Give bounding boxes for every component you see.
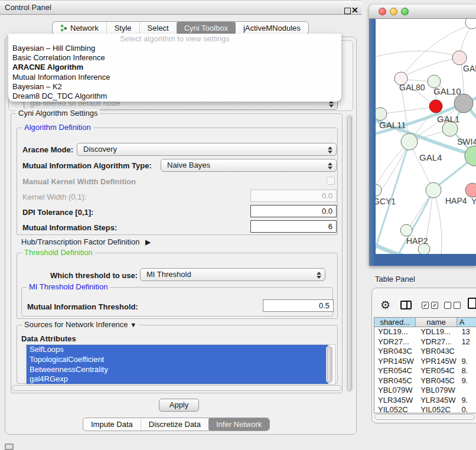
table-row[interactable]: YDL19... YDL19... 13 bbox=[374, 327, 476, 337]
column-header-cut[interactable]: A bbox=[457, 318, 476, 327]
mi-type-combo[interactable]: Naive Bayes bbox=[161, 159, 337, 172]
aracne-mode-combo[interactable]: Discovery bbox=[77, 143, 337, 156]
attribute-list-item[interactable]: SelfLoops bbox=[27, 345, 328, 355]
cell-value[interactable]: 9. bbox=[459, 396, 476, 406]
data-attributes-list[interactable]: SelfLoopsTopologicalCoefficientBetweenne… bbox=[26, 344, 335, 384]
menu-item-basic-correlation[interactable]: Basic Correlation Inference bbox=[8, 53, 341, 63]
dock-panel-icon[interactable] bbox=[5, 444, 14, 450]
table-row[interactable]: YIL052C YIL052C 0. bbox=[374, 405, 476, 413]
show-all-columns-button[interactable]: ✓ ✓ bbox=[422, 302, 438, 309]
cell-value[interactable] bbox=[459, 386, 476, 396]
table-row[interactable]: YPR145W YPR145W 9. bbox=[374, 357, 476, 367]
table-row[interactable]: YDR27... YDR27... 12 bbox=[374, 337, 476, 347]
column-header-shared-name[interactable]: shared... bbox=[374, 318, 416, 327]
cell-shared-name[interactable]: YBR043C bbox=[374, 347, 417, 357]
cell-value[interactable]: 8. bbox=[459, 366, 476, 376]
cell-shared-name[interactable]: YER054C bbox=[374, 366, 417, 376]
tab-select[interactable]: Select bbox=[139, 22, 177, 34]
network-node[interactable] bbox=[465, 19, 476, 29]
combo-arrows-icon bbox=[316, 271, 321, 279]
cell-shared-name[interactable]: YIL052C bbox=[374, 405, 417, 413]
table-horizontal-scrollbar[interactable] bbox=[374, 414, 475, 420]
table-row[interactable]: YBR043C YBR043C bbox=[374, 347, 476, 357]
menu-item-mutual-information[interactable]: Mutual Information Inference bbox=[8, 73, 341, 82]
cell-value[interactable]: 13 bbox=[459, 327, 476, 337]
cell-name[interactable]: YDL19... bbox=[417, 327, 459, 337]
network-node-gal11[interactable] bbox=[376, 107, 387, 120]
network-node-gcy1[interactable] bbox=[376, 184, 382, 196]
attributes-scrollbar[interactable] bbox=[326, 345, 333, 383]
menu-item-dream8[interactable]: Dream8 DC_TDC Algorithm bbox=[8, 92, 341, 101]
cell-shared-name[interactable]: YBL079W bbox=[374, 386, 417, 396]
float-window-icon[interactable] bbox=[344, 8, 351, 14]
cell-shared-name[interactable]: YDR27... bbox=[374, 337, 417, 347]
gear-icon[interactable]: ⚙ bbox=[380, 298, 390, 312]
tab-cyni-toolbox[interactable]: Cyni Toolbox bbox=[177, 22, 236, 34]
dpi-tolerance-field[interactable] bbox=[250, 205, 337, 217]
hub-section-toggle[interactable]: Hub/Transcription Factor Definition ▶ bbox=[21, 237, 151, 247]
which-threshold-label: Which threshold to use: bbox=[50, 271, 138, 281]
algorithm-dropdown-menu: Select algorithm to view settings Bayesi… bbox=[8, 34, 341, 102]
columns-icon[interactable] bbox=[400, 301, 412, 309]
attribute-list-item[interactable]: TopologicalCoefficient bbox=[27, 355, 328, 365]
tab-style[interactable]: Style bbox=[106, 22, 139, 34]
apply-button[interactable]: Apply bbox=[159, 399, 199, 412]
tab-jactivemnodules[interactable]: jActiveMNodules bbox=[236, 22, 308, 34]
network-canvas[interactable]: GAL GAL80 GAL10 GAL1 GAL11 SWI4 GAL4 GCY… bbox=[376, 19, 476, 254]
table-row[interactable]: YBL079W YBL079W bbox=[374, 386, 476, 396]
sources-title[interactable]: Sources for Network Inference ▼ bbox=[22, 320, 139, 330]
cell-value[interactable]: 0. bbox=[459, 405, 476, 413]
network-node-salmon[interactable] bbox=[465, 183, 476, 197]
zoom-traffic-light-icon[interactable] bbox=[401, 8, 409, 15]
menu-item-aracne[interactable]: ARACNE Algorithm bbox=[8, 63, 341, 72]
cell-name[interactable]: YER054C bbox=[417, 366, 459, 376]
settings-vertical-scrollbar[interactable] bbox=[346, 115, 353, 392]
close-icon[interactable]: ✕ bbox=[351, 5, 358, 15]
tab-infer-network[interactable]: Infer Network bbox=[208, 418, 269, 431]
cell-name[interactable]: YBR043C bbox=[417, 347, 459, 357]
scrollbar-thumb[interactable] bbox=[347, 116, 352, 391]
hide-all-columns-button[interactable] bbox=[444, 302, 461, 309]
close-traffic-light-icon[interactable] bbox=[379, 8, 386, 15]
minimize-traffic-light-icon[interactable] bbox=[390, 8, 397, 15]
cell-shared-name[interactable]: YLR345W bbox=[374, 396, 417, 406]
network-node-gal1[interactable] bbox=[429, 100, 442, 113]
network-node-gray[interactable] bbox=[454, 94, 473, 113]
tab-discretize-data[interactable]: Discretize Data bbox=[141, 418, 208, 431]
tab-impute-data[interactable]: Impute Data bbox=[83, 418, 141, 431]
menu-item-bayesian-k2[interactable]: Bayesian – K2 bbox=[8, 82, 341, 92]
network-node-hap2[interactable] bbox=[400, 224, 412, 236]
cell-name[interactable]: YBR045C bbox=[417, 376, 459, 386]
settings-horizontal-scrollbar[interactable] bbox=[12, 385, 341, 391]
cell-name[interactable]: YBL079W bbox=[417, 386, 459, 396]
tab-network[interactable]: Network bbox=[53, 22, 106, 34]
new-table-icon[interactable] bbox=[468, 298, 476, 309]
manual-kernel-checkbox[interactable] bbox=[327, 177, 335, 185]
table-row[interactable]: YER054C YER054C 8. bbox=[374, 366, 476, 376]
network-node[interactable] bbox=[452, 51, 467, 65]
cell-shared-name[interactable]: YDL19... bbox=[374, 327, 417, 337]
network-node-gal4[interactable] bbox=[401, 133, 418, 150]
cell-value[interactable]: 12 bbox=[459, 337, 476, 347]
table-row[interactable]: YLR345W YLR345W 9. bbox=[374, 396, 476, 406]
cell-name[interactable]: YDR27... bbox=[417, 337, 459, 347]
network-node-hap4[interactable] bbox=[426, 182, 441, 198]
table-row[interactable]: YBR045C YBR045C 9. bbox=[374, 376, 476, 386]
cell-shared-name[interactable]: YBR045C bbox=[374, 376, 417, 386]
cell-shared-name[interactable]: YPR145W bbox=[374, 357, 417, 367]
cell-name[interactable]: YPR145W bbox=[417, 357, 459, 367]
menu-item-bayesian-hill[interactable]: Bayesian – Hill Climbing bbox=[8, 44, 341, 53]
attribute-list-item[interactable]: BetweennessCentrality bbox=[27, 365, 328, 375]
column-header-name[interactable]: name bbox=[416, 318, 457, 327]
kernel-width-field[interactable] bbox=[250, 190, 337, 202]
cell-value[interactable]: 9. bbox=[459, 357, 476, 367]
attribute-list-item[interactable]: gal4RGexp bbox=[27, 374, 328, 384]
mi-steps-field[interactable] bbox=[250, 220, 337, 233]
scrollbar-thumb[interactable] bbox=[327, 347, 332, 382]
cell-name[interactable]: YLR345W bbox=[417, 396, 459, 406]
which-threshold-combo[interactable]: MI Threshold bbox=[140, 268, 325, 281]
cell-name[interactable]: YIL052C bbox=[417, 405, 459, 413]
cell-value[interactable] bbox=[459, 347, 476, 357]
mi-threshold-field[interactable] bbox=[263, 299, 334, 312]
cell-value[interactable]: 9. bbox=[459, 376, 476, 386]
